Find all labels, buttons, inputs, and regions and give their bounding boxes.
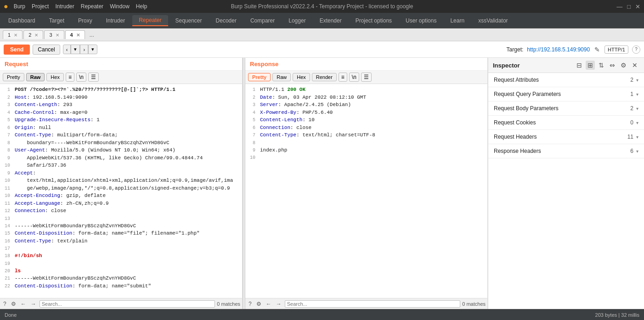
request-search-settings-icon[interactable]: ⚙ <box>10 300 17 308</box>
nav-tab-dashboard[interactable]: Dashboard <box>2 16 42 26</box>
response-options-icon[interactable]: ≡ <box>339 73 347 82</box>
inspector-section-header-4[interactable]: Request Headers11▾ <box>488 130 644 144</box>
repeater-tab-3[interactable]: 3 ✕ <box>44 30 64 39</box>
nav-tab-learn[interactable]: Learn <box>444 16 471 26</box>
nav-tab-logger[interactable]: Logger <box>282 16 312 26</box>
help-button[interactable]: ? <box>632 45 640 54</box>
status-bar: Done 203 bytes | 32 millis <box>0 309 644 320</box>
response-view-hex[interactable]: Hex <box>293 73 310 81</box>
request-newline-icon[interactable]: \n <box>76 73 86 82</box>
nav-tab-project-options[interactable]: Project options <box>349 16 398 26</box>
response-line: 6Connection: close <box>245 124 487 132</box>
response-search-input[interactable] <box>285 300 461 308</box>
request-content: 1POST /?code=?><?=`.%20/???/????????[@-[… <box>0 84 242 298</box>
repeater-tab-4[interactable]: 4 ✕ <box>65 30 85 39</box>
close-button[interactable]: ✕ <box>635 3 640 10</box>
inspector-section-header-2[interactable]: Request Body Parameters2▾ <box>488 101 644 115</box>
nav-tab-extender[interactable]: Extender <box>313 16 348 26</box>
nav-tab-proxy[interactable]: Proxy <box>72 16 99 26</box>
nav-back-button[interactable]: ‹ <box>63 45 71 54</box>
request-search-help-icon[interactable]: ? <box>2 300 8 308</box>
nav-tab-repeater[interactable]: Repeater <box>132 15 168 26</box>
request-line: 8 boundary=----WebKitFormBoundaryBSczqhZ… <box>0 139 242 147</box>
nav-tab-sequencer[interactable]: Sequencer <box>169 16 209 26</box>
main-area: Request Pretty Raw Hex ≡ \n ☰ 1POST /?co… <box>0 58 644 309</box>
nav-fwd-dropdown[interactable]: ▾ <box>88 45 97 54</box>
nav-tab-intruder[interactable]: Intruder <box>100 16 131 26</box>
request-view-pretty[interactable]: Pretty <box>3 73 24 81</box>
request-search-next-icon[interactable]: → <box>29 300 38 308</box>
nav-tab-xssvalidator[interactable]: xssValidator <box>472 16 514 26</box>
request-line: 12Connection: close <box>0 207 242 215</box>
nav-fwd-button[interactable]: › <box>80 45 88 54</box>
response-menu-icon[interactable]: ☰ <box>361 73 372 82</box>
status-metrics: 203 bytes | 32 millis <box>595 312 639 318</box>
response-search-prev-icon[interactable]: ← <box>265 300 273 308</box>
request-search-prev-icon[interactable]: ← <box>19 300 28 308</box>
inspector-section-header-1[interactable]: Request Query Parameters1▾ <box>488 87 644 101</box>
request-search-input[interactable] <box>40 300 215 308</box>
close-tab-4-icon[interactable]: ✕ <box>76 33 80 38</box>
request-options-icon[interactable]: ≡ <box>66 73 74 82</box>
cancel-button[interactable]: Cancel <box>33 45 60 55</box>
inspector-view-large-icon[interactable]: ⊞ <box>586 61 595 70</box>
inspector-sort-icon[interactable]: ⇅ <box>597 61 606 70</box>
close-tab-2-icon[interactable]: ✕ <box>34 33 38 38</box>
inspector-section-header-0[interactable]: Request Attributes2▾ <box>488 73 644 87</box>
response-line: 1HTTP/1.1 200 OK <box>245 86 487 94</box>
inspector-controls: ⊟ ⊞ ⇅ ⇔ ⚙ ✕ <box>575 61 639 70</box>
nav-tab-decoder[interactable]: Decoder <box>209 16 243 26</box>
chevron-down-icon: ▾ <box>636 78 638 83</box>
repeater-tab-2[interactable]: 2 ✕ <box>23 30 43 39</box>
response-search-settings-icon[interactable]: ⚙ <box>255 300 263 308</box>
request-line: 9 AppleWebKit/537.36 (KHTML, like Gecko)… <box>0 154 242 162</box>
http-version-badge[interactable]: HTTP/1 <box>604 45 628 54</box>
request-view-raw[interactable]: Raw <box>26 73 45 81</box>
request-line: 16Content-Type: text/plain <box>0 237 242 245</box>
menu-help[interactable]: Help <box>136 3 147 10</box>
inspector-settings-icon[interactable]: ⚙ <box>619 61 628 70</box>
maximize-button[interactable]: □ <box>627 3 631 10</box>
target-url: http://192.168.5.149:9090 <box>527 46 590 53</box>
request-line: 11 ge/webp,image/apng,*/*;q=0.8,applicat… <box>0 185 242 192</box>
repeater-tab-1[interactable]: 1 ✕ <box>3 30 23 39</box>
inspector-section-header-3[interactable]: Request Cookies0▾ <box>488 116 644 129</box>
response-search-next-icon[interactable]: → <box>275 300 283 308</box>
inspector-expand-icon[interactable]: ⇔ <box>608 61 617 70</box>
request-menu-icon[interactable]: ☰ <box>88 73 99 82</box>
more-tabs-button[interactable]: ... <box>86 30 98 39</box>
menu-project[interactable]: Project <box>32 3 49 10</box>
nav-back-dropdown[interactable]: ▾ <box>71 45 80 54</box>
response-search-help-icon[interactable]: ? <box>247 300 253 308</box>
request-match-count: 0 matches <box>217 301 240 307</box>
inspector-section-0: Request Attributes2▾ <box>488 73 644 87</box>
inspector-close-icon[interactable]: ✕ <box>630 61 639 70</box>
inspector-panel: Inspector ⊟ ⊞ ⇅ ⇔ ⚙ ✕ Request Attributes… <box>488 58 644 309</box>
close-tab-1-icon[interactable]: ✕ <box>14 33 17 38</box>
close-tab-3-icon[interactable]: ✕ <box>56 33 59 38</box>
edit-target-button[interactable]: ✎ <box>593 45 601 54</box>
response-view-raw[interactable]: Raw <box>272 73 291 81</box>
nav-tab-target[interactable]: Target <box>43 16 71 26</box>
title-bar: ● Burp Project Intruder Repeater Window … <box>0 0 644 13</box>
request-line: 14------WebKitFormBoundaryBSczqhZvnYHD8G… <box>0 222 242 230</box>
inspector-view-small-icon[interactable]: ⊟ <box>575 61 584 70</box>
response-line: 2Date: Sun, 03 Apr 2022 08:12:10 GMT <box>245 94 487 101</box>
menu-repeater[interactable]: Repeater <box>81 3 103 10</box>
send-button[interactable]: Send <box>4 45 30 55</box>
response-line: 9index.php <box>245 146 487 154</box>
response-newline-icon[interactable]: \n <box>349 73 359 82</box>
request-line: 1POST /?code=?><?=`.%20/???/????????[@-[… <box>0 86 242 94</box>
nav-tab-user-options[interactable]: User options <box>399 16 443 26</box>
inspector-section-header-5[interactable]: Response Headers6▾ <box>488 144 644 158</box>
response-view-pretty[interactable]: Pretty <box>248 73 271 81</box>
response-line: 4X-Powered-By: PHP/5.6.40 <box>245 109 487 117</box>
nav-tab-comparer[interactable]: Comparer <box>244 16 281 26</box>
panels-wrapper: Request Pretty Raw Hex ≡ \n ☰ 1POST /?co… <box>0 58 644 309</box>
response-view-render[interactable]: Render <box>312 73 337 81</box>
request-view-hex[interactable]: Hex <box>46 73 64 81</box>
menu-window[interactable]: Window <box>110 3 130 10</box>
menu-intruder[interactable]: Intruder <box>55 3 74 10</box>
minimize-button[interactable]: — <box>616 3 622 10</box>
menu-burp[interactable]: Burp <box>14 3 25 10</box>
